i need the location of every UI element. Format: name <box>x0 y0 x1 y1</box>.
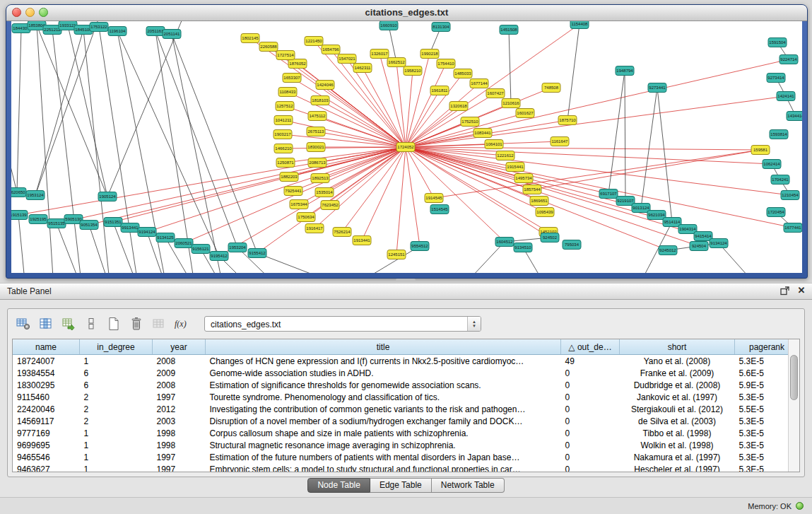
network-edge[interactable] <box>509 30 511 103</box>
network-node[interactable]: 1903217 <box>273 130 292 139</box>
tab-network-table[interactable]: Network Table <box>432 478 505 493</box>
row-selector-icon[interactable] <box>81 315 101 333</box>
column-header-out_de[interactable]: △ out_de… <box>561 339 620 355</box>
network-node[interactable]: 924504 <box>690 242 708 251</box>
delete-column-icon[interactable] <box>126 315 146 333</box>
network-node[interactable]: 1948794 <box>616 66 634 76</box>
network-node[interactable]: 1514545 <box>430 205 449 214</box>
network-edge[interactable] <box>11 106 17 192</box>
network-node[interactable]: 1064101 <box>485 140 503 149</box>
network-edge[interactable] <box>406 147 793 228</box>
network-node[interactable]: 1495734 <box>514 174 533 183</box>
network-edge[interactable] <box>406 64 446 147</box>
network-node[interactable]: 7623452 <box>321 201 339 210</box>
network-node[interactable]: 1724052 <box>396 143 415 152</box>
network-node[interactable]: 1990218 <box>420 49 439 59</box>
network-node[interactable]: 7925441 <box>284 187 302 196</box>
network-node[interactable]: 1961811 <box>430 86 449 95</box>
network-edge[interactable] <box>288 92 406 147</box>
network-node[interactable]: 1675344 <box>290 200 308 209</box>
network-node[interactable]: 1210454 <box>781 191 799 200</box>
tab-edge-table[interactable]: Edge Table <box>370 478 432 493</box>
table-selector-stepper-icon[interactable]: ▲▼ <box>467 317 481 331</box>
network-node[interactable]: 1434414 <box>787 112 802 121</box>
network-node[interactable]: 1108433 <box>278 88 297 97</box>
network-edge[interactable] <box>107 21 188 197</box>
network-node[interactable]: 1802145 <box>241 34 259 43</box>
network-node[interactable]: 1547021 <box>338 54 356 64</box>
network-node[interactable]: 1753122 <box>90 23 108 32</box>
network-node[interactable]: 1601627 <box>516 109 534 118</box>
network-node[interactable]: 9155412 <box>248 249 266 258</box>
table-row[interactable]: 946554611997Estimation of the future num… <box>13 451 799 463</box>
network-node[interactable]: 748508 <box>542 83 560 93</box>
network-node[interactable]: 1876052 <box>288 59 307 69</box>
network-node[interactable]: 9273441 <box>648 83 666 93</box>
network-node[interactable]: 1905124 <box>98 192 117 201</box>
import-table-icon[interactable] <box>59 315 78 333</box>
network-node[interactable]: 1727514 <box>276 51 295 60</box>
network-edge[interactable] <box>320 147 406 178</box>
network-node[interactable]: 1250871 <box>276 158 295 168</box>
table-row[interactable]: 1830029562008Estimation of significance … <box>13 379 799 391</box>
network-node[interactable]: 6917107 <box>599 189 618 199</box>
network-node[interactable]: 9273414 <box>767 74 785 83</box>
new-column-icon[interactable] <box>104 315 124 333</box>
network-node[interactable]: 9913441 <box>121 223 139 233</box>
merge-table-icon[interactable] <box>149 315 169 333</box>
column-header-title[interactable]: title <box>206 339 561 355</box>
network-node[interactable]: 1660910 <box>379 21 398 30</box>
network-node[interactable]: 1914545 <box>425 194 443 203</box>
network-node[interactable]: 9194124 <box>138 228 156 237</box>
network-node[interactable]: 2260588 <box>259 42 278 52</box>
network-node[interactable]: 1607427 <box>486 89 505 98</box>
network-node[interactable]: 1041211 <box>274 116 293 125</box>
network-node[interactable]: 7526214 <box>333 228 351 237</box>
network-node[interactable]: 1882203 <box>280 173 298 182</box>
network-node[interactable]: 795034 <box>563 240 581 250</box>
network-node[interactable]: 1677441 <box>784 223 802 233</box>
network-node[interactable]: 1245151 <box>387 250 406 259</box>
network-edge[interactable] <box>608 71 625 194</box>
network-node[interactable]: 1424141 <box>777 92 795 101</box>
network-node[interactable]: 9051354 <box>80 221 98 230</box>
network-edge[interactable] <box>37 25 107 197</box>
network-node[interactable]: 1720454 <box>767 208 785 217</box>
column-header-in_degree[interactable]: in_degree <box>80 339 153 355</box>
network-node[interactable]: 9156121 <box>192 245 210 254</box>
network-edge[interactable] <box>330 147 406 205</box>
network-node[interactable]: 1161647 <box>551 137 569 146</box>
network-node[interactable]: 1857544 <box>523 185 541 194</box>
network-node[interactable]: 1925195 <box>29 215 47 224</box>
network-node[interactable]: 924502 <box>541 233 559 243</box>
network-node[interactable]: 1915139 <box>11 211 28 220</box>
table-scrollbar-thumb[interactable] <box>790 355 798 400</box>
tab-node-table[interactable]: Node Table <box>307 478 370 493</box>
splitter-handle[interactable] <box>396 279 416 281</box>
network-node[interactable]: 1451508 <box>500 25 518 35</box>
network-graph[interactable]: 1724052187605216533071108433125751210412… <box>11 21 802 273</box>
network-edge[interactable] <box>567 24 579 120</box>
network-node[interactable]: 2051141 <box>163 30 181 39</box>
network-edge[interactable] <box>68 25 107 197</box>
network-edge[interactable] <box>641 88 657 208</box>
network-node[interactable]: 9245012 <box>659 246 677 255</box>
network-node[interactable]: 1535014 <box>315 188 334 197</box>
network-node[interactable]: 9134510 <box>514 243 532 252</box>
network-node[interactable]: 9224714 <box>779 55 798 64</box>
network-edge[interactable] <box>57 223 82 273</box>
network-node[interactable]: 1221612 <box>496 151 514 160</box>
network-node[interactable]: 1462311 <box>353 64 372 73</box>
network-edge[interactable] <box>349 246 420 273</box>
network-node[interactable]: 1958210 <box>404 66 422 76</box>
column-header-year[interactable]: year <box>153 339 206 355</box>
network-node[interactable]: 1953204 <box>228 243 247 252</box>
network-edge[interactable] <box>406 71 413 147</box>
network-edge[interactable] <box>657 88 672 222</box>
network-edge[interactable] <box>406 147 703 236</box>
network-node[interactable]: 1062414 <box>763 160 781 169</box>
network-node[interactable]: 1916417 <box>305 224 324 233</box>
network-edge[interactable] <box>434 150 760 198</box>
network-node[interactable]: 1593814 <box>770 130 788 139</box>
network-edge[interactable] <box>37 25 54 273</box>
